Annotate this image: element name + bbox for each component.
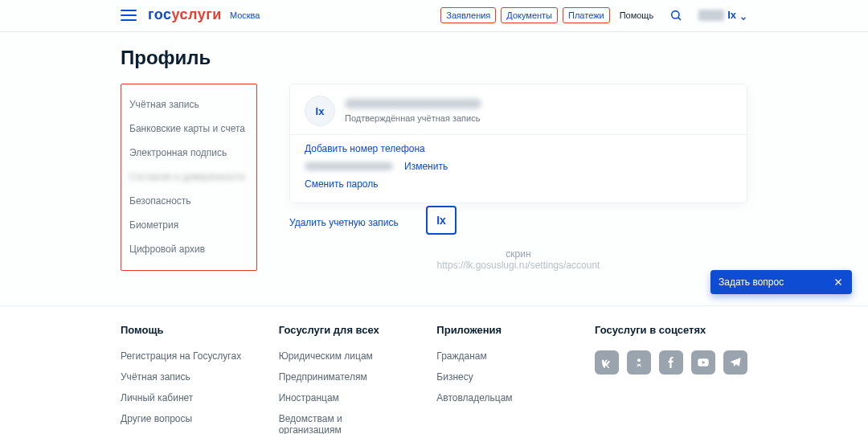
- main: Ix Подтверждённая учётная запись Добавит…: [289, 84, 747, 271]
- footer-link-citizens[interactable]: Гражданам: [436, 350, 563, 362]
- password-row: Сменить пароль: [305, 178, 732, 190]
- sidebar-item-bank-cards[interactable]: Банковские карты и счета: [128, 117, 250, 141]
- change-email-link[interactable]: Изменить: [404, 161, 448, 172]
- footer-link-car-owners[interactable]: Автовладельцам: [436, 392, 563, 403]
- youtube-icon[interactable]: [691, 350, 715, 375]
- footer-heading-social: Госуслуги в соцсетях: [595, 324, 747, 336]
- sidebar-item-security[interactable]: Безопасность: [128, 189, 250, 213]
- annotation-caption: скрин: [289, 248, 747, 260]
- footer-link-foreigners[interactable]: Иностранцам: [279, 392, 405, 403]
- footer-link-other[interactable]: Другие вопросы: [121, 413, 247, 424]
- footer-link-agencies[interactable]: Ведомствам и организациям: [279, 413, 405, 434]
- profile-info: Подтверждённая учётная запись: [345, 99, 481, 123]
- page: Профиль Учётная запись Банковские карты …: [121, 32, 747, 271]
- footer-link-account[interactable]: Учётная запись: [121, 371, 247, 383]
- ask-question-label: Задать вопрос: [719, 276, 784, 288]
- profile-row: Ix Подтверждённая учётная запись: [305, 96, 732, 126]
- ask-question-button[interactable]: Задать вопрос: [710, 270, 852, 294]
- email-blur: [305, 162, 393, 170]
- account-card: Ix Подтверждённая учётная запись Добавит…: [289, 84, 747, 203]
- header-inner: госуслуги Москва Заявления Документы Пла…: [121, 6, 747, 23]
- nav-links: Заявления Документы Платежи Помощь Ix: [440, 7, 747, 23]
- social-buttons: [595, 350, 747, 375]
- user-name-blur: [698, 10, 724, 21]
- search-icon[interactable]: [669, 9, 682, 22]
- nav-payments[interactable]: Платежи: [563, 7, 610, 23]
- nav-documents[interactable]: Документы: [501, 7, 558, 23]
- nav-applications[interactable]: Заявления: [440, 7, 496, 23]
- user-initials: Ix: [727, 9, 736, 21]
- telegram-icon[interactable]: [723, 350, 747, 375]
- avatar: Ix: [305, 96, 335, 126]
- sidebar-item-archive[interactable]: Цифровой архив: [128, 237, 250, 261]
- page-title: Профиль: [121, 47, 747, 69]
- sidebar-item-biometrics[interactable]: Биометрия: [128, 213, 250, 237]
- footer-col-apps: Приложения Гражданам Бизнесу Автовладель…: [436, 324, 563, 434]
- footer-heading-apps: Приложения: [436, 324, 563, 336]
- footer-link-cabinet[interactable]: Личный кабинет: [121, 392, 247, 403]
- logo[interactable]: госуслуги: [148, 6, 222, 23]
- delete-row: Удалить учетную запись: [289, 215, 747, 229]
- footer-heading-help: Помощь: [121, 324, 247, 336]
- sidebar-item-account[interactable]: Учётная запись: [128, 92, 250, 117]
- menu-icon[interactable]: [121, 10, 137, 21]
- footer-link-entrepreneurs[interactable]: Предпринимателям: [279, 371, 405, 383]
- account-status: Подтверждённая учётная запись: [345, 113, 481, 123]
- chevron-down-icon: [739, 11, 747, 19]
- annotation-box: Ix: [426, 206, 457, 235]
- svg-point-0: [672, 10, 679, 18]
- header: госуслуги Москва Заявления Документы Пла…: [0, 0, 868, 32]
- footer-link-business[interactable]: Бизнесу: [436, 371, 563, 383]
- ok-icon[interactable]: [627, 350, 651, 375]
- vk-icon[interactable]: [595, 350, 619, 375]
- footer: Помощь Регистрация на Госуслугах Учётная…: [0, 305, 868, 434]
- add-phone-link[interactable]: Добавить номер телефона: [305, 143, 732, 154]
- change-password-link[interactable]: Сменить пароль: [305, 178, 379, 190]
- svg-point-4: [637, 358, 641, 362]
- delete-account-link[interactable]: Удалить учетную запись: [289, 217, 399, 228]
- footer-col-help: Помощь Регистрация на Госуслугах Учётная…: [121, 324, 247, 434]
- svg-line-1: [678, 17, 681, 19]
- layout: Учётная запись Банковские карты и счета …: [121, 84, 747, 271]
- user-fullname-blur: [345, 99, 481, 108]
- sidebar: Учётная запись Банковские карты и счета …: [121, 84, 257, 271]
- footer-link-legal[interactable]: Юридическим лицам: [279, 350, 405, 362]
- divider: [290, 134, 747, 135]
- annotation-url: https://lk.gosuslugi.ru/settings/account: [289, 260, 747, 271]
- close-icon[interactable]: [833, 276, 844, 288]
- city-selector[interactable]: Москва: [230, 10, 260, 20]
- facebook-icon[interactable]: [659, 350, 683, 375]
- sidebar-item-consents[interactable]: Согласия и доверенности: [128, 165, 250, 189]
- logo-part1: гос: [148, 6, 172, 23]
- footer-col-social: Госуслуги в соцсетях: [595, 324, 747, 434]
- footer-link-registration[interactable]: Регистрация на Госуслугах: [121, 350, 247, 362]
- footer-inner: Помощь Регистрация на Госуслугах Учётная…: [121, 324, 747, 434]
- footer-col-forall: Госуслуги для всех Юридическим лицам Пре…: [279, 324, 405, 434]
- sidebar-item-esignature[interactable]: Электронная подпись: [128, 141, 250, 165]
- footer-heading-forall: Госуслуги для всех: [279, 324, 405, 336]
- email-row: Изменить: [305, 161, 732, 172]
- nav-help[interactable]: Помощь: [615, 8, 659, 23]
- logo-part2: услуги: [172, 6, 222, 23]
- user-menu[interactable]: Ix: [698, 9, 747, 21]
